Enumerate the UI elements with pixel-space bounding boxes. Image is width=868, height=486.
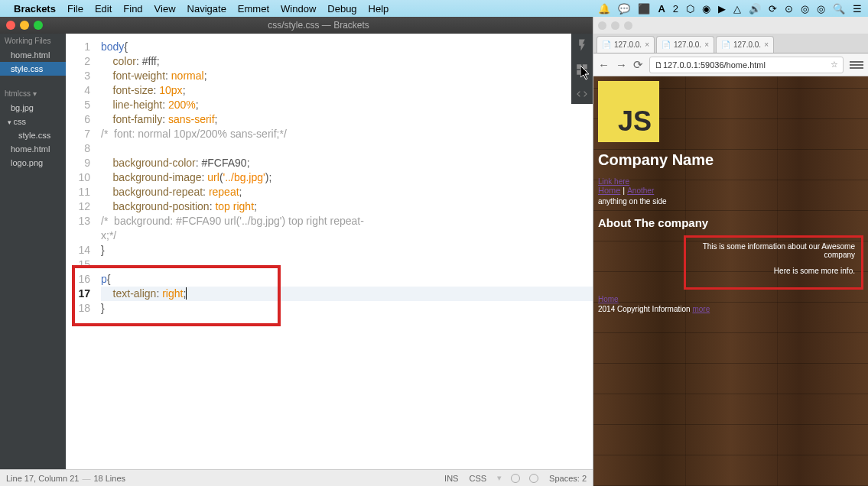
tray-icon[interactable]: 2 [673,3,678,15]
nav-links: Link here Home|Another [598,177,863,195]
menu-find[interactable]: Find [123,3,142,15]
app-name[interactable]: Brackets [14,3,56,15]
bookmark-icon[interactable]: ☆ [831,60,838,70]
menu-emmet[interactable]: Emmet [238,3,269,15]
working-file[interactable]: style.css [0,62,66,76]
system-tray: 🔔 💬 ⬛ A 2 ⬡ ◉ ▶ △ 🔊 ⟳ ⊙ ◎ ◎ 🔍 ☰ [598,3,862,15]
language-mode[interactable]: CSS [469,474,486,483]
tree-file[interactable]: bg.jpg [0,101,66,115]
tray-icon[interactable]: 🔊 [749,3,761,15]
footer-link[interactable]: more [692,305,710,313]
nav-link[interactable]: Home [598,186,620,195]
tray-icon[interactable]: ◉ [702,3,710,15]
code-tag-icon[interactable] [575,87,589,104]
tray-icon[interactable]: ⬛ [638,3,650,15]
tray-icon[interactable]: 💬 [618,3,630,15]
browser-viewport[interactable]: JS Company Name Link here Home|Another a… [593,76,868,486]
tree-file[interactable]: logo.png [0,156,66,170]
hamburger-menu-icon[interactable] [850,61,863,69]
tree-file[interactable]: home.html [0,142,66,156]
browser-tab[interactable]: 📄127.0.0.× [656,36,714,53]
working-files-label: Working Files [0,34,66,48]
tray-icon[interactable]: 🔔 [598,3,610,15]
tree-file[interactable]: style.css [0,128,66,142]
reload-button[interactable]: ⟳ [633,58,643,72]
window-title: css/style.css — Brackets [50,20,587,31]
brackets-titlebar: css/style.css — Brackets [0,17,593,34]
chrome-toolbar: ← → ⟳ 🗋 127.0.0.1:59036/home.html ☆ [593,53,868,76]
chrome-tabstrip: 📄127.0.0.× 📄127.0.0.× 📄127.0.0.× [593,34,868,53]
nav-link[interactable]: Another [627,186,654,195]
zoom-button[interactable] [34,21,43,30]
tray-icon[interactable]: ☰ [853,3,862,15]
footer-link[interactable]: Home [598,295,619,303]
status-indicator [529,474,538,483]
brackets-right-toolbar [571,34,593,104]
chrome-window: 📄127.0.0.× 📄127.0.0.× 📄127.0.0.× ← → ⟳ 🗋… [593,17,868,486]
browser-tab[interactable]: 📄127.0.0.× [597,36,655,53]
macos-menubar: Brackets File Edit Find View Navigate Em… [0,0,868,17]
tree-folder[interactable]: css [0,115,66,128]
tray-icon[interactable]: ◎ [817,3,825,15]
close-tab-icon[interactable]: × [704,40,709,49]
minimize-button[interactable] [20,21,29,30]
live-preview-icon[interactable] [575,38,589,55]
brackets-sidebar: Working Files home.html style.css htmlcs… [0,34,66,469]
minimize-button[interactable] [611,21,619,30]
cursor-position: Line 17, Column 21 [6,474,79,483]
about-heading: About The company [598,216,863,229]
close-button[interactable] [598,21,606,30]
menu-edit[interactable]: Edit [95,3,112,15]
menu-view[interactable]: View [154,3,176,15]
line-gutter: 123456789101112131415161718 [66,34,96,316]
insert-mode[interactable]: INS [444,474,458,483]
back-button[interactable]: ← [598,58,610,71]
page-title: Company Name [598,151,863,169]
menu-file[interactable]: File [67,3,83,15]
close-tab-icon[interactable]: × [764,40,769,49]
brackets-statusbar: Line 17, Column 21 — 18 Lines INS CSS ▾ … [0,469,593,486]
status-indicator [511,474,520,483]
brackets-window: css/style.css — Brackets Working Files h… [0,17,593,486]
chrome-titlebar [593,17,868,34]
close-button[interactable] [6,21,15,30]
project-label[interactable]: htmlcss ▾ [0,86,66,101]
menu-window[interactable]: Window [281,3,316,15]
tray-icon[interactable]: ⊙ [785,3,793,15]
tray-icon[interactable]: 🔍 [833,3,845,15]
code-editor[interactable]: 123456789101112131415161718 body{ color:… [66,34,593,469]
extension-manager-icon[interactable] [575,63,589,79]
page-footer: Home 2014 Copyright Information more [598,295,863,313]
line-count: 18 Lines [93,474,125,483]
tray-icon[interactable]: ◎ [801,3,809,15]
tray-icon[interactable]: A [658,3,665,15]
close-tab-icon[interactable]: × [645,40,649,49]
browser-tab[interactable]: 📄127.0.0.× [716,36,774,53]
working-file[interactable]: home.html [0,48,66,62]
js-logo: JS [598,81,659,142]
tray-icon[interactable]: ⬡ [686,3,694,15]
tray-icon[interactable]: △ [733,3,741,15]
menu-navigate[interactable]: Navigate [187,3,226,15]
annotation-highlight: This is some information about our Aweso… [684,235,863,290]
address-bar[interactable]: 🗋 127.0.0.1:59036/home.html ☆ [649,57,844,73]
zoom-button[interactable] [624,21,632,30]
code-content[interactable]: body{ color: #fff; font-weight: normal; … [96,34,593,316]
tray-icon[interactable]: ⟳ [769,3,777,15]
spaces-setting[interactable]: Spaces: 2 [549,474,587,483]
info-paragraph: This is some information about our Aweso… [692,242,855,259]
forward-button[interactable]: → [616,58,627,71]
tray-icon[interactable]: ▶ [718,3,726,15]
sideline-text: anything on the side [598,197,863,206]
menu-help[interactable]: Help [369,3,389,15]
nav-link[interactable]: Link here [598,177,629,186]
menu-debug[interactable]: Debug [327,3,356,15]
info-paragraph: Here is some more info. [692,267,855,275]
